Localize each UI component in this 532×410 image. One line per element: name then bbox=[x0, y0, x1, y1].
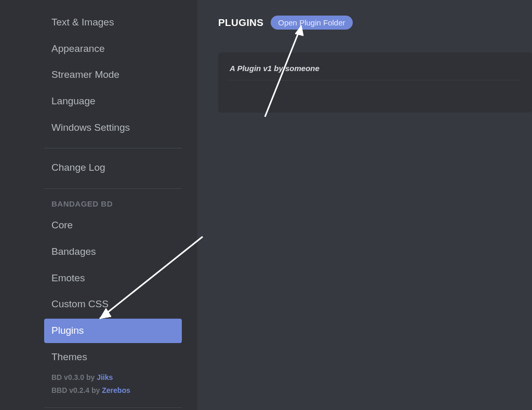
main-content: PLUGINS Open Plugin Folder A Plugin v1 b… bbox=[197, 0, 532, 410]
sidebar-item-appearance[interactable]: Appearance bbox=[44, 37, 182, 61]
sidebar-item-themes[interactable]: Themes bbox=[44, 345, 182, 370]
sidebar-item-windows-settings[interactable]: Windows Settings bbox=[44, 116, 182, 140]
open-plugin-folder-button[interactable]: Open Plugin Folder bbox=[271, 16, 352, 30]
plugin-card-title: A Plugin v1 by someone bbox=[230, 64, 521, 80]
credit-author-link[interactable]: Zerebos bbox=[102, 386, 130, 394]
page-header: PLUGINS Open Plugin Folder bbox=[218, 16, 532, 30]
sidebar-item-custom-css[interactable]: Custom CSS bbox=[44, 292, 182, 317]
sidebar-item-change-log[interactable]: Change Log bbox=[44, 156, 182, 180]
sidebar-divider bbox=[44, 188, 182, 189]
credit-bd: BD v0.3.0 by Jiiks bbox=[44, 371, 182, 384]
sidebar-item-language[interactable]: Language bbox=[44, 89, 182, 114]
plugin-card: A Plugin v1 by someone bbox=[218, 52, 532, 113]
credit-bbd: BBD v0.2.4 by Zerebos bbox=[44, 384, 182, 397]
page-title: PLUGINS bbox=[218, 17, 263, 29]
sidebar-item-streamer-mode[interactable]: Streamer Mode bbox=[44, 63, 182, 87]
sidebar-heading-bandaged-bd: BANDAGED BD bbox=[44, 196, 182, 213]
sidebar-divider bbox=[44, 148, 182, 148]
sidebar-item-core[interactable]: Core bbox=[44, 213, 182, 238]
credit-prefix: BD v0.3.0 by bbox=[51, 373, 97, 381]
sidebar-item-emotes[interactable]: Emotes bbox=[44, 266, 182, 291]
credit-author-link[interactable]: Jiiks bbox=[97, 373, 113, 381]
sidebar-divider bbox=[44, 407, 182, 408]
sidebar-item-bandages[interactable]: Bandages bbox=[44, 240, 182, 264]
credit-prefix: BBD v0.2.4 by bbox=[51, 386, 102, 394]
sidebar-item-plugins[interactable]: Plugins bbox=[44, 319, 182, 343]
sidebar-item-text-images[interactable]: Text & Images bbox=[44, 10, 182, 35]
settings-sidebar: Text & Images Appearance Streamer Mode L… bbox=[0, 0, 197, 410]
